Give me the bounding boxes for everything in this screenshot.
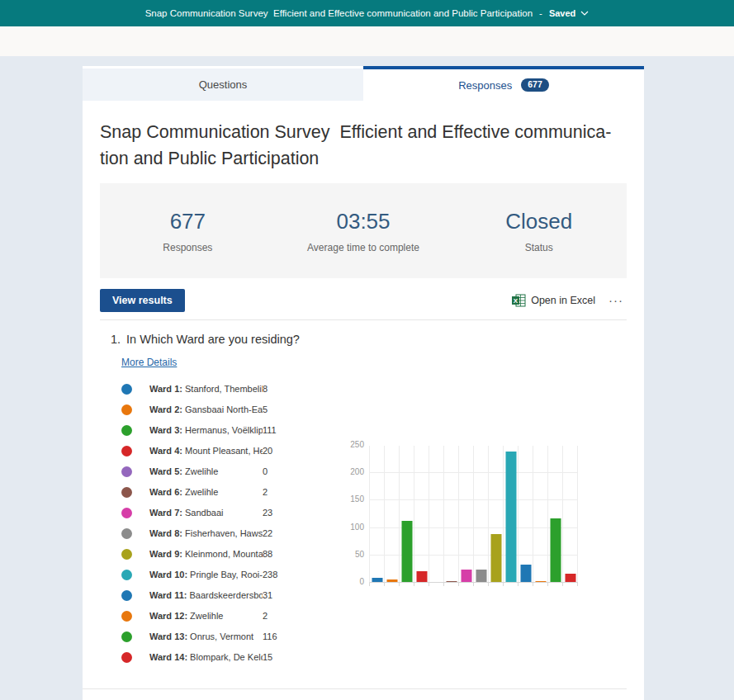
legend-value: 0 xyxy=(263,466,268,476)
stats-panel: 677 Responses 03:55 Average time to comp… xyxy=(100,183,627,278)
x-tick-mark xyxy=(504,583,519,586)
question-number: 1. xyxy=(111,333,121,346)
saved-status-dropdown[interactable]: Saved xyxy=(549,8,589,18)
bar-slot xyxy=(489,446,504,582)
bar xyxy=(386,579,397,582)
legend-item: Ward 10: Pringle Bay, Rooi-Els, ...238 xyxy=(121,569,369,580)
bar-plot: 050100150200250 xyxy=(369,446,578,583)
view-results-button[interactable]: View results xyxy=(100,289,185,312)
legend-value: 23 xyxy=(263,508,272,518)
legend-color-dot xyxy=(121,466,132,477)
toolbar-strip xyxy=(0,26,734,56)
legend-label: Ward 2: Gansbaai North-East, ... xyxy=(149,404,263,414)
divider xyxy=(100,319,627,320)
legend-value: 111 xyxy=(263,425,277,435)
survey-title: Snap Communication Survey Efficient and … xyxy=(100,119,627,172)
legend-item: Ward 12: Zwelihle2 xyxy=(121,610,369,622)
legend-color-dot xyxy=(121,570,132,580)
app-header: Snap Communication Survey Efficient and … xyxy=(0,0,734,26)
responses-count: 677 xyxy=(100,209,276,234)
x-tick-mark xyxy=(370,583,385,586)
legend-color-dot xyxy=(121,652,132,663)
bar xyxy=(446,581,457,582)
legend-color-dot xyxy=(121,446,132,456)
bar xyxy=(550,518,561,582)
legend-label: Ward 3: Hermanus, Voëlklip an... xyxy=(149,425,263,435)
legend-color-dot xyxy=(121,590,132,601)
y-axis-label: 150 xyxy=(350,494,364,504)
bar-slot xyxy=(370,446,385,582)
legend-color-dot xyxy=(121,508,132,518)
x-tick-mark xyxy=(444,583,459,586)
x-axis-ticks xyxy=(369,583,578,586)
legend-label: Ward 4: Mount Pleasant, Hemel... xyxy=(149,446,263,456)
x-tick-mark xyxy=(548,583,563,586)
legend-value: 31 xyxy=(263,590,272,600)
legend-item: Ward 13: Onrus, Vermont116 xyxy=(121,631,369,642)
legend-label: Ward 1: Stanford, Thembelihle xyxy=(149,384,263,394)
bar-slot xyxy=(519,446,533,582)
x-tick-mark xyxy=(429,583,444,586)
legend-label: Ward 10: Pringle Bay, Rooi-Els, ... xyxy=(149,570,263,579)
svg-text:X: X xyxy=(514,296,519,304)
bar xyxy=(401,521,412,582)
legend-label: Ward 12: Zwelihle xyxy=(149,611,263,621)
legend-item: Ward 6: Zwelihle2 xyxy=(121,486,369,498)
actions-right: X Open in Excel ··· xyxy=(512,293,627,307)
legend-label: Ward 6: Zwelihle xyxy=(149,487,263,497)
bar-slot xyxy=(414,446,429,582)
legend-item: Ward 9: Kleinmond, Mountain ...88 xyxy=(121,548,369,560)
legend-label: Ward 11: Baardskeerdersbos, El... xyxy=(149,590,263,600)
bar-slot xyxy=(429,446,444,582)
legend-value: 5 xyxy=(263,404,268,414)
more-details-link[interactable]: More Details xyxy=(121,357,177,368)
more-options-button[interactable]: ··· xyxy=(605,293,627,307)
title-saved-separator: - xyxy=(539,8,542,18)
bar-slot xyxy=(548,446,563,582)
chart-legend: Ward 1: Stanford, Thembelihle8Ward 2: Ga… xyxy=(121,383,369,672)
legend-item: Ward 14: Blompark, De Kelders,...15 xyxy=(121,651,369,663)
legend-color-dot xyxy=(121,549,132,560)
actions-row: View results X Open in Excel ··· xyxy=(100,289,627,311)
legend-label: Ward 14: Blompark, De Kelders,... xyxy=(149,652,263,662)
question-title: 1.In Which Ward are you residing? xyxy=(111,333,627,346)
tab-bar: Questions Responses 677 xyxy=(83,66,644,101)
x-tick-mark xyxy=(533,583,548,586)
y-axis-label: 250 xyxy=(350,440,364,450)
tab-questions[interactable]: Questions xyxy=(83,69,363,101)
legend-item: Ward 8: Fisherhaven, Hawston22 xyxy=(121,527,369,539)
bar-chart: 050100150200250 xyxy=(369,446,578,586)
survey-title-line1: Snap Communication Survey Efficient and … xyxy=(100,122,611,142)
legend-item: Ward 2: Gansbaai North-East, ...5 xyxy=(121,404,369,415)
legend-value: 116 xyxy=(263,631,277,641)
legend-color-dot xyxy=(121,425,132,436)
open-in-excel-link[interactable]: X Open in Excel xyxy=(512,294,595,307)
tab-responses[interactable]: Responses 677 xyxy=(363,66,644,101)
tab-questions-label: Questions xyxy=(199,78,248,91)
stat-status: Closed Status xyxy=(451,209,627,253)
results-content: Snap Communication Survey Efficient and … xyxy=(83,119,644,689)
bar-slot xyxy=(385,446,400,582)
legend-value: 8 xyxy=(263,384,268,394)
legend-label: Ward 5: Zwelihle xyxy=(149,466,263,476)
average-time-value: 03:55 xyxy=(276,209,452,234)
question-visualization: Ward 1: Stanford, Thembelihle8Ward 2: Ga… xyxy=(121,383,627,672)
y-axis-label: 50 xyxy=(355,550,364,560)
y-axis-label: 100 xyxy=(350,523,364,532)
legend-value: 22 xyxy=(263,528,272,538)
question-section: 1.In Which Ward are you residing? More D… xyxy=(111,333,627,689)
bar xyxy=(476,570,486,582)
legend-label: Ward 9: Kleinmond, Mountain ... xyxy=(149,549,263,559)
legend-item: Ward 1: Stanford, Thembelihle8 xyxy=(121,383,369,395)
page-background: Questions Responses 677 Snap Communicati… xyxy=(0,56,734,700)
bar xyxy=(461,570,471,582)
x-tick-mark xyxy=(474,583,489,586)
legend-value: 20 xyxy=(263,446,272,456)
x-tick-mark xyxy=(519,583,533,586)
x-tick-mark xyxy=(489,583,504,586)
legend-color-dot xyxy=(121,528,132,539)
bar xyxy=(565,574,575,582)
bar xyxy=(372,578,382,582)
bar-slot xyxy=(400,446,414,582)
status-value: Closed xyxy=(451,209,627,234)
